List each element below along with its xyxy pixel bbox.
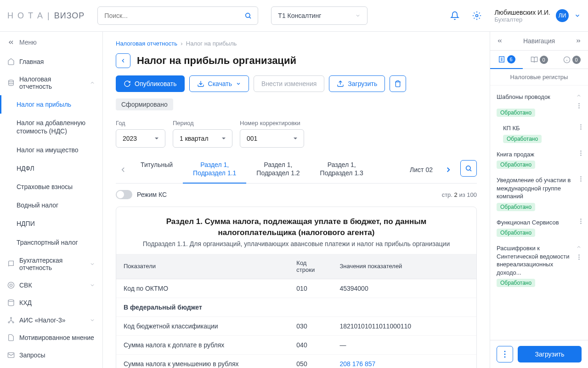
col-indicator: Показатели bbox=[116, 254, 289, 279]
corr-label: Номер корректировки bbox=[240, 120, 304, 126]
svg-point-4 bbox=[10, 284, 12, 286]
organization-select[interactable]: Т1 Консалтинг bbox=[271, 6, 368, 25]
rp-item[interactable]: КП КБОбработано bbox=[490, 121, 588, 147]
rp-more-button[interactable] bbox=[497, 346, 513, 362]
rp-tab-2[interactable]: 0 bbox=[523, 51, 555, 69]
more-icon[interactable] bbox=[578, 254, 580, 260]
back-button[interactable] bbox=[116, 53, 130, 68]
nav-szpk[interactable]: СЗПК bbox=[0, 364, 102, 368]
nav-vat[interactable]: Налог на добавленную стоимость (НДС) bbox=[0, 114, 102, 140]
gear-icon[interactable] bbox=[472, 11, 481, 20]
rp-tab-registers[interactable]: 6 bbox=[490, 51, 523, 69]
delete-button[interactable] bbox=[390, 75, 406, 92]
nav-property-tax[interactable]: Налог на имущество bbox=[0, 141, 102, 159]
tab-section-1-2[interactable]: Раздел 1,Подраздел 1.2 bbox=[246, 156, 310, 183]
panel-collapse-right[interactable] bbox=[575, 38, 582, 44]
svg-point-17 bbox=[580, 126, 581, 127]
nav-ndpi[interactable]: НДПИ bbox=[0, 214, 102, 233]
svg-point-14 bbox=[578, 105, 579, 106]
app-header: Н О Т А | ВИЗОР Т1 Консалтинг Любишевски… bbox=[0, 0, 588, 32]
building-icon bbox=[498, 56, 505, 63]
nav-water-tax[interactable]: Водный налог bbox=[0, 196, 102, 214]
panel-collapse-left[interactable] bbox=[497, 38, 503, 44]
period-select[interactable]: 1 квартал bbox=[173, 129, 232, 148]
svg-point-16 bbox=[580, 124, 581, 125]
page-title: Налог на прибыль организаций bbox=[137, 55, 296, 67]
chevron-down-icon bbox=[90, 317, 95, 323]
more-icon[interactable] bbox=[578, 103, 580, 109]
nav-profit-tax[interactable]: Налог на прибыль bbox=[0, 95, 102, 114]
chevron-down-icon bbox=[355, 13, 361, 18]
nav-insurance[interactable]: Страховые взносы bbox=[0, 178, 102, 196]
rp-item[interactable]: Уведомление об участии в международной г… bbox=[490, 172, 588, 215]
rp-item[interactable]: Функционал СервисовОбработано bbox=[490, 215, 588, 241]
nav-accounting[interactable]: Бухгалтерская отчетность bbox=[0, 252, 102, 276]
mail-icon bbox=[7, 351, 15, 359]
tabs-next[interactable] bbox=[441, 166, 456, 174]
nav-tax-reporting[interactable]: Налоговая отчетность bbox=[0, 70, 102, 95]
document-icon bbox=[7, 334, 15, 341]
avatar: ЛИ bbox=[556, 9, 569, 22]
global-search[interactable] bbox=[97, 6, 258, 25]
app-logo: Н О Т А | ВИЗОР bbox=[7, 11, 85, 21]
tabs-prev[interactable] bbox=[116, 166, 130, 174]
rp-item[interactable]: Книга продажОбработано bbox=[490, 147, 588, 173]
database-icon bbox=[7, 299, 15, 306]
publish-button[interactable]: Опубликовать bbox=[116, 75, 185, 92]
book-open-icon bbox=[531, 56, 538, 63]
bell-icon[interactable] bbox=[450, 11, 459, 20]
nav-ais[interactable]: АИС «Налог-3» bbox=[0, 311, 102, 329]
svg-point-21 bbox=[580, 155, 581, 155]
home-icon bbox=[7, 58, 15, 65]
nav-svk[interactable]: СВК bbox=[0, 276, 102, 294]
sidebar: Меню Главная Налоговая отчетность Налог … bbox=[0, 32, 103, 368]
nav-transport-tax[interactable]: Транспортный налог bbox=[0, 233, 102, 252]
download-button[interactable]: Скачать bbox=[189, 75, 249, 92]
rp-load-button[interactable]: Загрузить bbox=[518, 346, 582, 362]
network-icon bbox=[7, 316, 15, 324]
rp-item[interactable]: Расшифровки к Синтетической ведомости вн… bbox=[490, 241, 588, 291]
svg-point-6 bbox=[11, 317, 12, 319]
table-row: Сумма налога к доплате в рублях040— bbox=[116, 335, 476, 354]
rp-item[interactable]: Шаблоны проводокОбработано bbox=[490, 89, 588, 121]
svg-point-3 bbox=[8, 282, 14, 288]
svg-point-22 bbox=[580, 176, 581, 177]
nav-requests[interactable]: Запросы bbox=[0, 346, 102, 364]
book-icon bbox=[7, 260, 15, 268]
user-menu[interactable]: Любишевских И.И. Бухгалтер ЛИ bbox=[494, 9, 581, 23]
nav-khd[interactable]: КХД bbox=[0, 294, 102, 311]
corr-select[interactable]: 001 bbox=[240, 129, 304, 148]
more-icon[interactable] bbox=[580, 176, 582, 182]
card-subtitle: Подраздел 1.1. Для организаций, уплачива… bbox=[127, 240, 465, 247]
ks-mode-toggle[interactable]: Режим КС bbox=[116, 190, 167, 199]
tab-title-page[interactable]: Титульный bbox=[130, 156, 183, 183]
more-icon[interactable] bbox=[580, 150, 582, 156]
target-icon bbox=[7, 282, 15, 289]
rp-tab-3[interactable]: 0 bbox=[555, 51, 588, 69]
search-input[interactable] bbox=[97, 6, 258, 25]
period-label: Период bbox=[173, 120, 232, 126]
upload-button[interactable]: Загрузить bbox=[329, 75, 385, 92]
tab-section-1-1[interactable]: Раздел 1,Подраздел 1.1 bbox=[183, 156, 246, 184]
nav-opinion[interactable]: Мотивированное мнение bbox=[0, 329, 102, 346]
svg-point-2 bbox=[9, 80, 14, 82]
svg-point-29 bbox=[578, 257, 579, 258]
svg-point-30 bbox=[578, 259, 579, 260]
tab-section-1-3[interactable]: Раздел 1,Подраздел 1.3 bbox=[310, 156, 373, 183]
search-icon[interactable] bbox=[244, 12, 252, 19]
more-icon[interactable] bbox=[580, 124, 582, 130]
toggle-switch[interactable] bbox=[116, 190, 132, 199]
sheet-label: Лист 02 bbox=[401, 161, 441, 178]
panel-title: Навигация bbox=[523, 37, 555, 45]
svg-point-28 bbox=[578, 255, 579, 256]
breadcrumb-root[interactable]: Налоговая отчетность bbox=[116, 40, 177, 47]
table-row: В федеральный бюджет bbox=[116, 298, 476, 316]
nav-ndfl[interactable]: НДФЛ bbox=[0, 159, 102, 178]
chevron-down-icon bbox=[90, 282, 95, 288]
sidebar-collapse[interactable]: Меню bbox=[0, 32, 102, 53]
more-icon[interactable] bbox=[580, 218, 582, 224]
tab-search-button[interactable] bbox=[460, 160, 477, 177]
year-select[interactable]: 2023 bbox=[116, 129, 165, 148]
status-badge: Сформировано bbox=[116, 98, 173, 110]
nav-home[interactable]: Главная bbox=[0, 53, 102, 70]
